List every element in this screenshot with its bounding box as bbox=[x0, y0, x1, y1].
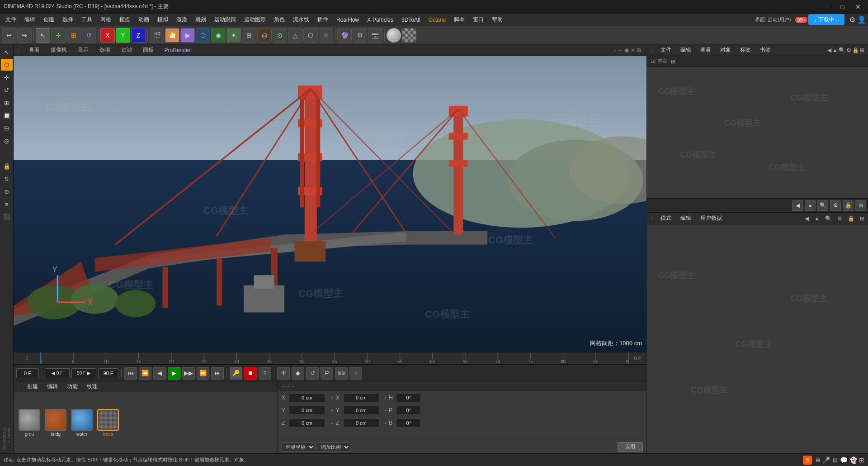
coord-system-select[interactable]: 世界坐标 bbox=[282, 442, 315, 452]
object-btn-10[interactable]: △ bbox=[288, 28, 302, 43]
tl-move-btn[interactable]: ✛ bbox=[277, 367, 290, 380]
render-btn-2[interactable]: ⚙ bbox=[353, 28, 367, 43]
axis-z-button[interactable]: Z bbox=[131, 28, 146, 43]
object-btn-11[interactable]: ⬡ bbox=[303, 28, 318, 43]
start-frame-input[interactable] bbox=[45, 368, 70, 378]
play-button[interactable]: ▶ bbox=[168, 367, 180, 380]
render-btn-1[interactable]: 🔮 bbox=[337, 28, 352, 43]
menu-sculpt[interactable]: 雕刻 bbox=[192, 14, 210, 25]
lt-btn-8[interactable]: ◎ bbox=[1, 135, 13, 147]
object-btn-7[interactable]: ⊟ bbox=[242, 28, 256, 43]
next-frame-button[interactable]: ⏩ bbox=[197, 367, 209, 380]
tl-p-btn[interactable]: P bbox=[321, 367, 333, 380]
lt-btn-11[interactable]: S bbox=[1, 173, 13, 185]
menu-window[interactable]: 窗口 bbox=[469, 14, 487, 25]
menu-select[interactable]: 选择 bbox=[59, 14, 77, 25]
vt-panel[interactable]: 面板 bbox=[141, 45, 156, 55]
viewport[interactable]: 透视视图 bbox=[14, 56, 646, 352]
rm-expand-btn[interactable]: ⊞ bbox=[855, 200, 866, 211]
lt-btn-13[interactable]: ≡ bbox=[1, 198, 13, 210]
lt-btn-14[interactable]: ⬛ bbox=[1, 211, 13, 223]
vt-filter[interactable]: 过滤 bbox=[119, 45, 134, 55]
object-btn-6[interactable]: ✦ bbox=[226, 28, 241, 43]
object-btn-4[interactable]: ⬡ bbox=[196, 28, 210, 43]
vt-display[interactable]: 显示 bbox=[76, 45, 90, 55]
rm-edit[interactable]: 编辑 bbox=[679, 46, 693, 54]
rm-expand-icon[interactable]: ⊞ bbox=[860, 47, 864, 53]
rm-lock-icon[interactable]: 🔒 bbox=[852, 47, 859, 53]
am-edit[interactable]: 编辑 bbox=[679, 214, 693, 222]
user-icon[interactable]: 👤 bbox=[857, 15, 866, 24]
tl-key-btn[interactable]: ◆ bbox=[292, 367, 304, 380]
move-tool-button[interactable]: ✛ bbox=[51, 28, 66, 43]
size-y-input[interactable] bbox=[343, 406, 379, 415]
end-frame-input[interactable] bbox=[71, 368, 96, 378]
pos-y-input[interactable] bbox=[289, 406, 325, 415]
goto-start-button[interactable]: ⏮ bbox=[124, 367, 137, 380]
rm-lock-btn[interactable]: 🔒 bbox=[843, 200, 854, 211]
select-tool-button[interactable]: ↖ bbox=[36, 28, 50, 43]
current-frame-input[interactable] bbox=[16, 368, 39, 378]
size-z-input[interactable] bbox=[343, 418, 379, 428]
rm-up-btn[interactable]: ▲ bbox=[805, 200, 816, 211]
sphere-tool-btn[interactable] bbox=[387, 28, 401, 43]
lt-btn-6[interactable]: 🔲 bbox=[1, 109, 13, 121]
lt-btn-3[interactable]: ✛ bbox=[1, 71, 13, 83]
menu-mesh[interactable]: 网格 bbox=[97, 14, 115, 25]
download-button[interactable]: ↓ 下载中... bbox=[808, 14, 844, 25]
tl-info-button[interactable]: ? bbox=[259, 367, 271, 380]
material-ground[interactable]: grou bbox=[17, 409, 42, 437]
am-userdata[interactable]: 用户数据 bbox=[698, 214, 724, 222]
menu-xparticles[interactable]: X-Particles bbox=[363, 15, 397, 24]
total-frames-input[interactable] bbox=[98, 368, 118, 378]
prev-frame-button[interactable]: ⏪ bbox=[139, 367, 151, 380]
am-prev-icon[interactable]: ◀ bbox=[805, 215, 809, 222]
am-settings-icon[interactable]: ⚙ bbox=[837, 215, 842, 222]
material-bridge[interactable]: bridg bbox=[43, 409, 68, 437]
lt-btn-9[interactable]: — bbox=[1, 147, 13, 159]
vt-prorender[interactable]: ProRender bbox=[163, 46, 193, 54]
record-button[interactable]: ⏺ bbox=[244, 367, 257, 380]
menu-sim[interactable]: 模拟 bbox=[154, 14, 172, 25]
mat-create[interactable]: 创建 bbox=[25, 383, 40, 390]
lt-btn-10[interactable]: 🔒 bbox=[1, 160, 13, 172]
minimize-button[interactable]: ─ bbox=[822, 2, 834, 11]
step-back-button[interactable]: ◀ bbox=[153, 367, 166, 380]
am-lock-icon[interactable]: 🔒 bbox=[848, 215, 854, 222]
mat-edit[interactable]: 编辑 bbox=[45, 383, 60, 390]
object-btn-5[interactable]: ◉ bbox=[211, 28, 226, 43]
size-x-input[interactable] bbox=[343, 393, 379, 402]
pos-z-input[interactable] bbox=[289, 418, 325, 428]
menu-pipeline[interactable]: 流水线 bbox=[289, 14, 313, 25]
menu-plugin[interactable]: 插件 bbox=[314, 14, 332, 25]
am-expand-icon[interactable]: ⊞ bbox=[860, 215, 864, 222]
menu-render[interactable]: 渲染 bbox=[173, 14, 191, 25]
render-camera-btn[interactable]: 📷 bbox=[368, 28, 382, 43]
am-search-icon[interactable]: 🔍 bbox=[825, 215, 832, 222]
rm-bookmark[interactable]: 书签 bbox=[758, 46, 773, 54]
object-btn-8[interactable]: ◎ bbox=[257, 28, 272, 43]
rot-p-input[interactable] bbox=[396, 406, 421, 415]
rm-search-icon[interactable]: 🔍 bbox=[839, 47, 845, 53]
vt-options[interactable]: 选项 bbox=[98, 45, 112, 55]
menu-3dtoall[interactable]: 3DToAll bbox=[398, 15, 424, 24]
lt-btn-7[interactable]: ⊟ bbox=[1, 122, 13, 134]
pos-x-input[interactable] bbox=[289, 393, 325, 402]
rot-h-input[interactable] bbox=[396, 393, 421, 402]
tl-grid-btn[interactable]: ⊞⊞ bbox=[335, 367, 348, 380]
mat-texture[interactable]: 纹理 bbox=[85, 383, 99, 390]
maximize-button[interactable]: □ bbox=[837, 2, 848, 11]
close-button[interactable]: ✕ bbox=[852, 2, 864, 11]
menu-char[interactable]: 角色 bbox=[270, 14, 288, 25]
menu-script[interactable]: 脚本 bbox=[450, 14, 468, 25]
rm-search-btn[interactable]: 🔍 bbox=[817, 200, 828, 211]
am-mode[interactable]: 模式 bbox=[659, 214, 673, 222]
vt-view[interactable]: 查看 bbox=[27, 45, 42, 55]
object-btn-1[interactable]: 🎬 bbox=[150, 28, 164, 43]
menu-tools[interactable]: 工具 bbox=[78, 14, 96, 25]
axis-y-button[interactable]: Y bbox=[116, 28, 130, 43]
rm-tag[interactable]: 标签 bbox=[738, 46, 753, 54]
object-btn-9[interactable]: ⊙ bbox=[273, 28, 287, 43]
tl-snap-btn[interactable]: ≡ bbox=[349, 367, 362, 380]
keyframe-btn[interactable]: 🔑 bbox=[230, 367, 242, 380]
